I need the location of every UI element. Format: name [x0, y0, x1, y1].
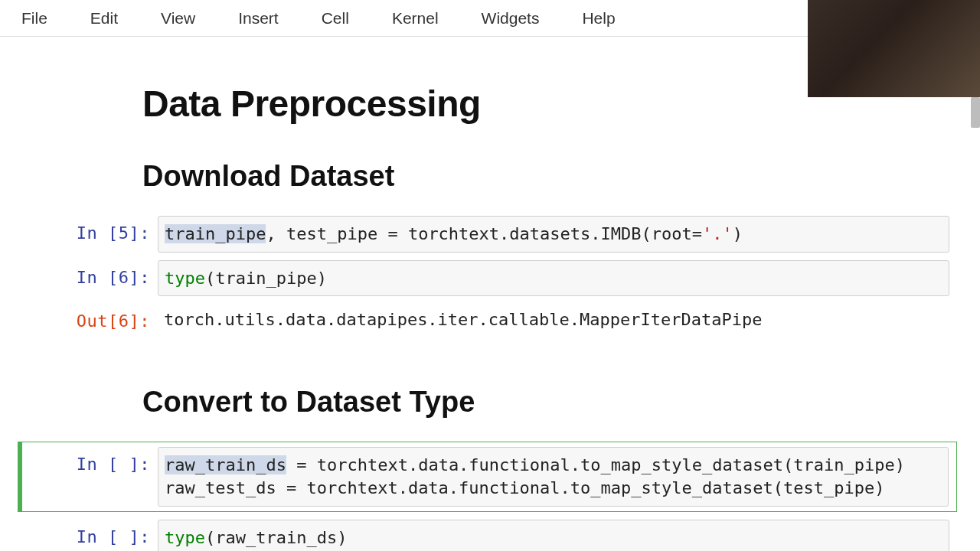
menu-kernel[interactable]: Kernel: [392, 9, 439, 28]
code-text: (train_pipe): [205, 269, 327, 288]
code-input-next[interactable]: type(raw_train_ds): [158, 520, 949, 551]
menu-view[interactable]: View: [161, 9, 195, 28]
code-cell-5[interactable]: In [5]: train_pipe, test_pipe = torchtex…: [23, 216, 957, 253]
code-selection: train_pipe: [165, 224, 266, 243]
code-keyword: type: [165, 528, 205, 547]
heading-download-dataset: Download Dataset: [142, 160, 980, 193]
code-text: , test_pipe = torchtext.datasets.IMDB(ro…: [266, 224, 702, 243]
code-input-selected[interactable]: raw_train_ds = torchtext.data.functional…: [158, 447, 949, 506]
menu-edit[interactable]: Edit: [90, 9, 118, 28]
notebook-area: Data Preprocessing Download Dataset In […: [0, 37, 980, 551]
output-text-6: torch.utils.data.datapipes.iter.callable…: [158, 304, 949, 335]
prompt-in-6: In [6]:: [23, 260, 158, 287]
menu-widgets[interactable]: Widgets: [482, 9, 540, 28]
code-cell-6[interactable]: In [6]: type(train_pipe): [23, 260, 957, 297]
menu-help[interactable]: Help: [582, 9, 615, 28]
prompt-in-empty-1: In [ ]:: [23, 447, 158, 474]
prompt-in-5: In [5]:: [23, 216, 158, 243]
webcam-overlay: [808, 0, 980, 97]
code-text: ): [733, 224, 743, 243]
prompt-out-6: Out[6]:: [23, 304, 158, 331]
menu-cell[interactable]: Cell: [322, 9, 349, 28]
scrollbar-thumb[interactable]: [971, 97, 980, 128]
code-string: '.': [702, 224, 733, 243]
heading-convert-dataset: Convert to Dataset Type: [142, 386, 980, 419]
code-text: raw_test_ds = torchtext.data.functional.…: [165, 478, 884, 497]
output-cell-6: Out[6]: torch.utils.data.datapipes.iter.…: [23, 304, 957, 335]
code-keyword: type: [165, 269, 205, 288]
prompt-in-empty-2: In [ ]:: [23, 520, 158, 546]
code-text: = torchtext.data.functional.to_map_style…: [286, 455, 905, 474]
menu-items: File Edit View Insert Cell Kernel Widget…: [21, 9, 823, 28]
code-cell-selected[interactable]: In [ ]: raw_train_ds = torchtext.data.fu…: [18, 442, 957, 511]
menu-file[interactable]: File: [21, 9, 47, 28]
code-input-6[interactable]: type(train_pipe): [158, 260, 949, 297]
code-selection: raw_train_ds: [165, 455, 286, 474]
code-cell-next[interactable]: In [ ]: type(raw_train_ds): [23, 520, 957, 551]
menu-insert[interactable]: Insert: [238, 9, 279, 28]
code-input-5[interactable]: train_pipe, test_pipe = torchtext.datase…: [158, 216, 949, 253]
code-text: (raw_train_ds): [205, 528, 347, 547]
